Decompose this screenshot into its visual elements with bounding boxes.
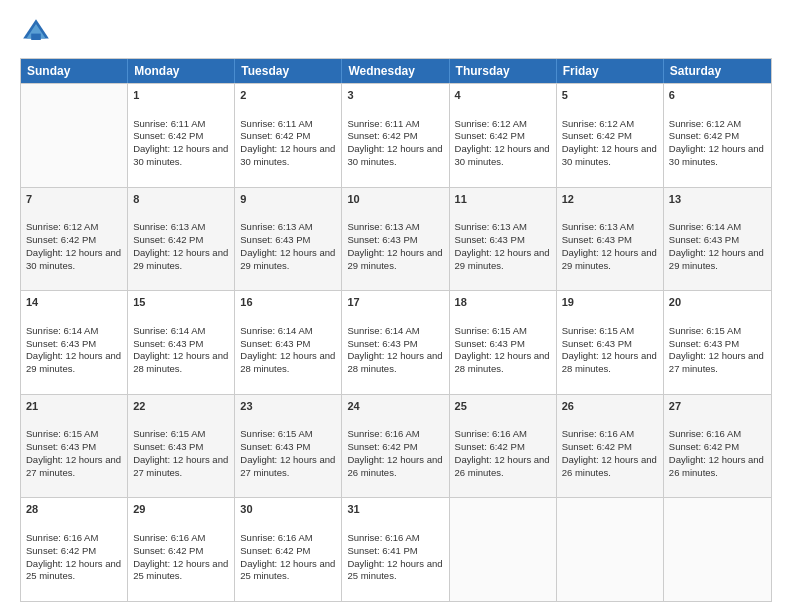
sunrise-text: Sunrise: 6:13 AM bbox=[455, 221, 527, 232]
table-row: 18Sunrise: 6:15 AMSunset: 6:43 PMDayligh… bbox=[450, 291, 557, 394]
logo bbox=[20, 16, 56, 48]
sunset-text: Sunset: 6:42 PM bbox=[347, 130, 417, 141]
sunset-text: Sunset: 6:42 PM bbox=[26, 545, 96, 556]
sunrise-text: Sunrise: 6:13 AM bbox=[133, 221, 205, 232]
table-row: 16Sunrise: 6:14 AMSunset: 6:43 PMDayligh… bbox=[235, 291, 342, 394]
sunset-text: Sunset: 6:41 PM bbox=[347, 545, 417, 556]
day-number: 25 bbox=[455, 399, 551, 414]
daylight-text: Daylight: 12 hours and 29 minutes. bbox=[347, 247, 442, 271]
sunrise-text: Sunrise: 6:16 AM bbox=[26, 532, 98, 543]
day-number: 27 bbox=[669, 399, 766, 414]
table-row: 15Sunrise: 6:14 AMSunset: 6:43 PMDayligh… bbox=[128, 291, 235, 394]
sunset-text: Sunset: 6:43 PM bbox=[240, 338, 310, 349]
day-number: 17 bbox=[347, 295, 443, 310]
day-number: 29 bbox=[133, 502, 229, 517]
sunrise-text: Sunrise: 6:16 AM bbox=[562, 428, 634, 439]
day-number: 11 bbox=[455, 192, 551, 207]
sunset-text: Sunset: 6:43 PM bbox=[347, 338, 417, 349]
day-number: 7 bbox=[26, 192, 122, 207]
table-row: 27Sunrise: 6:16 AMSunset: 6:42 PMDayligh… bbox=[664, 395, 771, 498]
daylight-text: Daylight: 12 hours and 27 minutes. bbox=[669, 350, 764, 374]
sunrise-text: Sunrise: 6:15 AM bbox=[133, 428, 205, 439]
sunset-text: Sunset: 6:43 PM bbox=[133, 338, 203, 349]
sunset-text: Sunset: 6:42 PM bbox=[347, 441, 417, 452]
sunrise-text: Sunrise: 6:14 AM bbox=[669, 221, 741, 232]
daylight-text: Daylight: 12 hours and 25 minutes. bbox=[133, 558, 228, 582]
sunrise-text: Sunrise: 6:11 AM bbox=[240, 118, 312, 129]
logo-icon bbox=[20, 16, 52, 48]
table-row bbox=[664, 498, 771, 601]
sunrise-text: Sunrise: 6:13 AM bbox=[347, 221, 419, 232]
table-row: 22Sunrise: 6:15 AMSunset: 6:43 PMDayligh… bbox=[128, 395, 235, 498]
table-row: 12Sunrise: 6:13 AMSunset: 6:43 PMDayligh… bbox=[557, 188, 664, 291]
table-row: 28Sunrise: 6:16 AMSunset: 6:42 PMDayligh… bbox=[21, 498, 128, 601]
day-number: 23 bbox=[240, 399, 336, 414]
sunset-text: Sunset: 6:42 PM bbox=[669, 130, 739, 141]
day-number: 28 bbox=[26, 502, 122, 517]
sunrise-text: Sunrise: 6:16 AM bbox=[133, 532, 205, 543]
daylight-text: Daylight: 12 hours and 25 minutes. bbox=[347, 558, 442, 582]
sunset-text: Sunset: 6:42 PM bbox=[455, 441, 525, 452]
table-row: 2Sunrise: 6:11 AMSunset: 6:42 PMDaylight… bbox=[235, 84, 342, 187]
day-number: 8 bbox=[133, 192, 229, 207]
sunrise-text: Sunrise: 6:16 AM bbox=[669, 428, 741, 439]
daylight-text: Daylight: 12 hours and 28 minutes. bbox=[240, 350, 335, 374]
calendar-header: SundayMondayTuesdayWednesdayThursdayFrid… bbox=[21, 59, 771, 83]
day-number: 5 bbox=[562, 88, 658, 103]
sunset-text: Sunset: 6:43 PM bbox=[133, 441, 203, 452]
header-day-friday: Friday bbox=[557, 59, 664, 83]
day-number: 20 bbox=[669, 295, 766, 310]
table-row: 11Sunrise: 6:13 AMSunset: 6:43 PMDayligh… bbox=[450, 188, 557, 291]
daylight-text: Daylight: 12 hours and 28 minutes. bbox=[455, 350, 550, 374]
sunset-text: Sunset: 6:42 PM bbox=[455, 130, 525, 141]
day-number: 10 bbox=[347, 192, 443, 207]
sunset-text: Sunset: 6:43 PM bbox=[26, 441, 96, 452]
calendar-week-3: 14Sunrise: 6:14 AMSunset: 6:43 PMDayligh… bbox=[21, 290, 771, 394]
sunset-text: Sunset: 6:42 PM bbox=[133, 234, 203, 245]
table-row: 19Sunrise: 6:15 AMSunset: 6:43 PMDayligh… bbox=[557, 291, 664, 394]
sunrise-text: Sunrise: 6:16 AM bbox=[347, 532, 419, 543]
table-row: 29Sunrise: 6:16 AMSunset: 6:42 PMDayligh… bbox=[128, 498, 235, 601]
day-number: 19 bbox=[562, 295, 658, 310]
sunset-text: Sunset: 6:43 PM bbox=[455, 338, 525, 349]
sunset-text: Sunset: 6:42 PM bbox=[240, 130, 310, 141]
header-day-thursday: Thursday bbox=[450, 59, 557, 83]
calendar-body: 1Sunrise: 6:11 AMSunset: 6:42 PMDaylight… bbox=[21, 83, 771, 601]
sunrise-text: Sunrise: 6:12 AM bbox=[669, 118, 741, 129]
daylight-text: Daylight: 12 hours and 30 minutes. bbox=[455, 143, 550, 167]
sunset-text: Sunset: 6:43 PM bbox=[669, 234, 739, 245]
daylight-text: Daylight: 12 hours and 30 minutes. bbox=[26, 247, 121, 271]
sunset-text: Sunset: 6:42 PM bbox=[240, 545, 310, 556]
daylight-text: Daylight: 12 hours and 26 minutes. bbox=[347, 454, 442, 478]
sunrise-text: Sunrise: 6:14 AM bbox=[26, 325, 98, 336]
day-number: 30 bbox=[240, 502, 336, 517]
sunrise-text: Sunrise: 6:16 AM bbox=[240, 532, 312, 543]
sunrise-text: Sunrise: 6:16 AM bbox=[455, 428, 527, 439]
sunset-text: Sunset: 6:43 PM bbox=[669, 338, 739, 349]
day-number: 4 bbox=[455, 88, 551, 103]
svg-rect-2 bbox=[31, 34, 41, 40]
table-row: 31Sunrise: 6:16 AMSunset: 6:41 PMDayligh… bbox=[342, 498, 449, 601]
sunrise-text: Sunrise: 6:12 AM bbox=[455, 118, 527, 129]
sunset-text: Sunset: 6:42 PM bbox=[133, 545, 203, 556]
sunset-text: Sunset: 6:42 PM bbox=[562, 130, 632, 141]
daylight-text: Daylight: 12 hours and 27 minutes. bbox=[240, 454, 335, 478]
table-row: 10Sunrise: 6:13 AMSunset: 6:43 PMDayligh… bbox=[342, 188, 449, 291]
sunrise-text: Sunrise: 6:13 AM bbox=[562, 221, 634, 232]
header-day-tuesday: Tuesday bbox=[235, 59, 342, 83]
table-row: 1Sunrise: 6:11 AMSunset: 6:42 PMDaylight… bbox=[128, 84, 235, 187]
table-row: 17Sunrise: 6:14 AMSunset: 6:43 PMDayligh… bbox=[342, 291, 449, 394]
daylight-text: Daylight: 12 hours and 29 minutes. bbox=[562, 247, 657, 271]
table-row: 25Sunrise: 6:16 AMSunset: 6:42 PMDayligh… bbox=[450, 395, 557, 498]
daylight-text: Daylight: 12 hours and 26 minutes. bbox=[669, 454, 764, 478]
sunset-text: Sunset: 6:43 PM bbox=[240, 234, 310, 245]
header bbox=[20, 16, 772, 48]
day-number: 31 bbox=[347, 502, 443, 517]
table-row bbox=[21, 84, 128, 187]
sunrise-text: Sunrise: 6:15 AM bbox=[26, 428, 98, 439]
table-row: 3Sunrise: 6:11 AMSunset: 6:42 PMDaylight… bbox=[342, 84, 449, 187]
sunset-text: Sunset: 6:42 PM bbox=[26, 234, 96, 245]
sunrise-text: Sunrise: 6:12 AM bbox=[26, 221, 98, 232]
daylight-text: Daylight: 12 hours and 25 minutes. bbox=[240, 558, 335, 582]
table-row bbox=[450, 498, 557, 601]
